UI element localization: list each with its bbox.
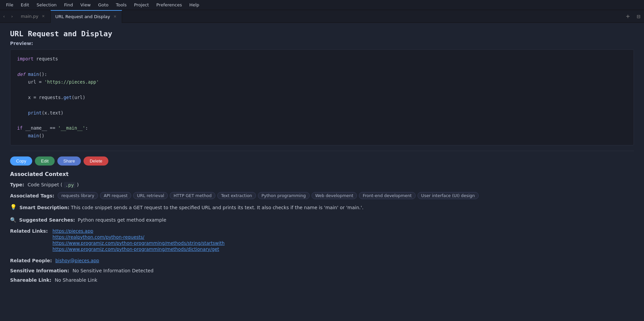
tab-nav-next[interactable]: ›	[8, 10, 16, 23]
link-item[interactable]: https://www.programiz.com/python-program…	[53, 246, 225, 252]
menu-view[interactable]: View	[77, 1, 94, 9]
links-container: https://pieces.apphttps://realpython.com…	[53, 228, 225, 253]
shareable-link-row: Shareable Link: No Shareable Link	[10, 277, 634, 283]
menu-tools[interactable]: Tools	[112, 1, 130, 9]
tab-main-py[interactable]: main.py ✕	[16, 10, 51, 23]
menu-bar: File Edit Selection Find View Goto Tools…	[0, 0, 644, 10]
tag-item: Python programming	[258, 192, 310, 199]
divider-1	[10, 151, 634, 151]
search-icon: 🔍	[10, 217, 16, 223]
related-links-label: Related Links:	[10, 228, 48, 234]
link-item[interactable]: https://www.programiz.com/python-program…	[53, 240, 225, 246]
suggested-searches: 🔍 Suggested Searches: Python requests ge…	[10, 217, 634, 223]
menu-help[interactable]: Help	[186, 1, 203, 9]
type-ext: .py	[64, 182, 75, 188]
tag-item: HTTP GET method	[170, 192, 215, 199]
related-links-section: Related Links: https://pieces.apphttps:/…	[10, 228, 634, 253]
related-people-label: Related People:	[10, 258, 52, 263]
delete-button[interactable]: Delete	[84, 156, 108, 166]
tag-item: URL retrieval	[133, 192, 168, 199]
shareable-value: No Shareable Link	[55, 277, 97, 283]
tag-item: Text extraction	[217, 192, 256, 199]
menu-selection[interactable]: Selection	[33, 1, 60, 9]
sensitive-value: No Sensitive Information Detected	[72, 268, 153, 273]
related-people-value[interactable]: bishoy@pieces.app	[55, 258, 99, 263]
suggested-text: Python requests get method example	[78, 217, 166, 223]
smart-desc-text: Smart Description: This code snippet sen…	[19, 204, 364, 211]
tab-url-request-close[interactable]: ✕	[113, 14, 117, 19]
tag-item: requests library	[58, 192, 98, 199]
type-value: Code Snippet (	[28, 182, 62, 187]
tag-item: Front-end development	[359, 192, 415, 199]
tag-item: Web development	[312, 192, 357, 199]
type-label: Type:	[10, 182, 24, 187]
tags-container: requests libraryAPI requestURL retrieval…	[58, 192, 479, 199]
type-row: Type: Code Snippet ( .py )	[10, 182, 634, 188]
menu-file[interactable]: File	[3, 1, 17, 9]
main-content: URL Request and Display Preview: import …	[0, 23, 644, 321]
related-people-row: Related People: bishoy@pieces.app	[10, 258, 634, 264]
edit-button[interactable]: Edit	[35, 156, 54, 166]
sensitive-label: Sensitive Information:	[10, 268, 69, 273]
preview-label: Preview:	[10, 41, 634, 46]
tab-bar: ‹ › main.py ✕ URL Request and Display ✕ …	[0, 10, 644, 23]
link-item[interactable]: https://pieces.app	[53, 228, 225, 234]
tab-main-py-close[interactable]: ✕	[41, 13, 46, 19]
menu-find[interactable]: Find	[61, 1, 76, 9]
suggested-label: Suggested Searches:	[19, 217, 75, 223]
type-close: )	[77, 182, 78, 187]
sensitive-info-row: Sensitive Information: No Sensitive Info…	[10, 268, 634, 273]
page-title: URL Request and Display	[10, 30, 634, 38]
tab-main-py-label: main.py	[21, 14, 39, 19]
tab-new-button[interactable]: +	[623, 10, 633, 23]
smart-description: 💡 Smart Description: This code snippet s…	[10, 204, 634, 211]
link-item[interactable]: https://realpython.com/python-requests/	[53, 234, 225, 240]
action-buttons: Copy Edit Share Delete	[10, 156, 634, 166]
tab-url-request-label: URL Request and Display	[55, 14, 110, 19]
menu-project[interactable]: Project	[130, 1, 152, 9]
tags-row: Associated Tags: requests libraryAPI req…	[10, 192, 634, 199]
associated-context-title: Associated Context	[10, 171, 634, 177]
tags-label: Associated Tags:	[10, 193, 54, 198]
menu-preferences[interactable]: Preferences	[153, 1, 185, 9]
menu-goto[interactable]: Goto	[95, 1, 112, 9]
tab-nav-prev[interactable]: ‹	[0, 10, 8, 23]
menu-edit[interactable]: Edit	[17, 1, 33, 9]
tag-item: API request	[100, 192, 131, 199]
copy-button[interactable]: Copy	[10, 156, 32, 166]
tab-split-button[interactable]: ⊟	[633, 10, 644, 23]
code-preview: import requests def main(): url = 'https…	[10, 49, 634, 145]
tag-item: User interface (UI) design	[418, 192, 479, 199]
shareable-label: Shareable Link:	[10, 277, 51, 283]
smart-desc-icon: 💡	[10, 204, 17, 210]
tab-url-request[interactable]: URL Request and Display ✕	[51, 10, 122, 23]
share-button[interactable]: Share	[57, 156, 81, 166]
